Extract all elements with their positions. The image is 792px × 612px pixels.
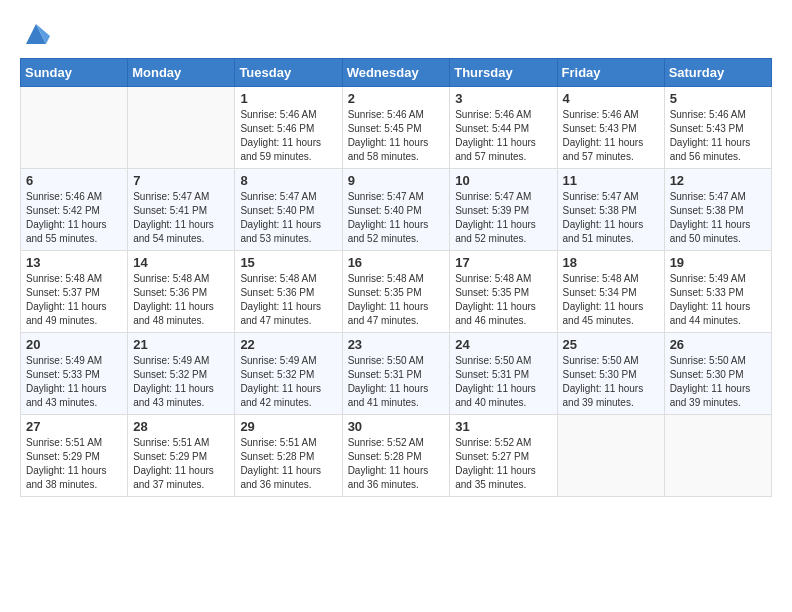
day-info: Sunrise: 5:46 AM Sunset: 5:43 PM Dayligh… xyxy=(670,108,766,164)
calendar-cell: 10Sunrise: 5:47 AM Sunset: 5:39 PM Dayli… xyxy=(450,169,557,251)
day-number: 11 xyxy=(563,173,659,188)
day-info: Sunrise: 5:50 AM Sunset: 5:31 PM Dayligh… xyxy=(348,354,445,410)
day-number: 27 xyxy=(26,419,122,434)
day-info: Sunrise: 5:46 AM Sunset: 5:43 PM Dayligh… xyxy=(563,108,659,164)
day-number: 8 xyxy=(240,173,336,188)
day-info: Sunrise: 5:48 AM Sunset: 5:34 PM Dayligh… xyxy=(563,272,659,328)
day-number: 24 xyxy=(455,337,551,352)
day-info: Sunrise: 5:48 AM Sunset: 5:35 PM Dayligh… xyxy=(348,272,445,328)
day-of-week-header: Sunday xyxy=(21,59,128,87)
day-info: Sunrise: 5:49 AM Sunset: 5:32 PM Dayligh… xyxy=(133,354,229,410)
day-info: Sunrise: 5:46 AM Sunset: 5:42 PM Dayligh… xyxy=(26,190,122,246)
calendar-week-row: 20Sunrise: 5:49 AM Sunset: 5:33 PM Dayli… xyxy=(21,333,772,415)
calendar-cell: 11Sunrise: 5:47 AM Sunset: 5:38 PM Dayli… xyxy=(557,169,664,251)
day-number: 22 xyxy=(240,337,336,352)
calendar-table: SundayMondayTuesdayWednesdayThursdayFrid… xyxy=(20,58,772,497)
calendar-week-row: 13Sunrise: 5:48 AM Sunset: 5:37 PM Dayli… xyxy=(21,251,772,333)
calendar-cell xyxy=(21,87,128,169)
calendar-cell: 4Sunrise: 5:46 AM Sunset: 5:43 PM Daylig… xyxy=(557,87,664,169)
calendar-cell: 15Sunrise: 5:48 AM Sunset: 5:36 PM Dayli… xyxy=(235,251,342,333)
day-number: 2 xyxy=(348,91,445,106)
day-number: 10 xyxy=(455,173,551,188)
day-info: Sunrise: 5:49 AM Sunset: 5:33 PM Dayligh… xyxy=(670,272,766,328)
day-info: Sunrise: 5:49 AM Sunset: 5:33 PM Dayligh… xyxy=(26,354,122,410)
logo-icon xyxy=(22,20,50,48)
day-info: Sunrise: 5:48 AM Sunset: 5:37 PM Dayligh… xyxy=(26,272,122,328)
day-of-week-header: Tuesday xyxy=(235,59,342,87)
calendar-week-row: 27Sunrise: 5:51 AM Sunset: 5:29 PM Dayli… xyxy=(21,415,772,497)
day-number: 17 xyxy=(455,255,551,270)
day-info: Sunrise: 5:51 AM Sunset: 5:29 PM Dayligh… xyxy=(133,436,229,492)
calendar-cell: 22Sunrise: 5:49 AM Sunset: 5:32 PM Dayli… xyxy=(235,333,342,415)
day-number: 4 xyxy=(563,91,659,106)
day-info: Sunrise: 5:48 AM Sunset: 5:36 PM Dayligh… xyxy=(240,272,336,328)
day-info: Sunrise: 5:47 AM Sunset: 5:40 PM Dayligh… xyxy=(240,190,336,246)
calendar-cell: 23Sunrise: 5:50 AM Sunset: 5:31 PM Dayli… xyxy=(342,333,450,415)
calendar-cell: 25Sunrise: 5:50 AM Sunset: 5:30 PM Dayli… xyxy=(557,333,664,415)
day-number: 13 xyxy=(26,255,122,270)
day-info: Sunrise: 5:51 AM Sunset: 5:29 PM Dayligh… xyxy=(26,436,122,492)
day-info: Sunrise: 5:47 AM Sunset: 5:39 PM Dayligh… xyxy=(455,190,551,246)
day-number: 15 xyxy=(240,255,336,270)
page-header xyxy=(20,20,772,48)
day-number: 5 xyxy=(670,91,766,106)
calendar-cell: 27Sunrise: 5:51 AM Sunset: 5:29 PM Dayli… xyxy=(21,415,128,497)
day-number: 23 xyxy=(348,337,445,352)
calendar-cell: 19Sunrise: 5:49 AM Sunset: 5:33 PM Dayli… xyxy=(664,251,771,333)
calendar-cell: 20Sunrise: 5:49 AM Sunset: 5:33 PM Dayli… xyxy=(21,333,128,415)
day-number: 19 xyxy=(670,255,766,270)
day-info: Sunrise: 5:52 AM Sunset: 5:28 PM Dayligh… xyxy=(348,436,445,492)
day-info: Sunrise: 5:51 AM Sunset: 5:28 PM Dayligh… xyxy=(240,436,336,492)
day-of-week-header: Friday xyxy=(557,59,664,87)
day-number: 14 xyxy=(133,255,229,270)
calendar-cell: 16Sunrise: 5:48 AM Sunset: 5:35 PM Dayli… xyxy=(342,251,450,333)
calendar-cell: 2Sunrise: 5:46 AM Sunset: 5:45 PM Daylig… xyxy=(342,87,450,169)
day-info: Sunrise: 5:50 AM Sunset: 5:31 PM Dayligh… xyxy=(455,354,551,410)
day-info: Sunrise: 5:52 AM Sunset: 5:27 PM Dayligh… xyxy=(455,436,551,492)
calendar-cell: 6Sunrise: 5:46 AM Sunset: 5:42 PM Daylig… xyxy=(21,169,128,251)
day-of-week-header: Monday xyxy=(128,59,235,87)
calendar-cell: 8Sunrise: 5:47 AM Sunset: 5:40 PM Daylig… xyxy=(235,169,342,251)
calendar-cell: 24Sunrise: 5:50 AM Sunset: 5:31 PM Dayli… xyxy=(450,333,557,415)
calendar-cell: 30Sunrise: 5:52 AM Sunset: 5:28 PM Dayli… xyxy=(342,415,450,497)
day-number: 26 xyxy=(670,337,766,352)
calendar-header-row: SundayMondayTuesdayWednesdayThursdayFrid… xyxy=(21,59,772,87)
day-info: Sunrise: 5:48 AM Sunset: 5:36 PM Dayligh… xyxy=(133,272,229,328)
calendar-cell xyxy=(664,415,771,497)
day-number: 25 xyxy=(563,337,659,352)
day-of-week-header: Saturday xyxy=(664,59,771,87)
calendar-cell: 14Sunrise: 5:48 AM Sunset: 5:36 PM Dayli… xyxy=(128,251,235,333)
calendar-cell: 3Sunrise: 5:46 AM Sunset: 5:44 PM Daylig… xyxy=(450,87,557,169)
day-info: Sunrise: 5:47 AM Sunset: 5:41 PM Dayligh… xyxy=(133,190,229,246)
calendar-cell: 7Sunrise: 5:47 AM Sunset: 5:41 PM Daylig… xyxy=(128,169,235,251)
calendar-cell: 31Sunrise: 5:52 AM Sunset: 5:27 PM Dayli… xyxy=(450,415,557,497)
calendar-cell: 13Sunrise: 5:48 AM Sunset: 5:37 PM Dayli… xyxy=(21,251,128,333)
day-number: 7 xyxy=(133,173,229,188)
day-number: 6 xyxy=(26,173,122,188)
calendar-cell: 21Sunrise: 5:49 AM Sunset: 5:32 PM Dayli… xyxy=(128,333,235,415)
logo xyxy=(20,20,50,48)
day-number: 29 xyxy=(240,419,336,434)
day-of-week-header: Thursday xyxy=(450,59,557,87)
day-info: Sunrise: 5:50 AM Sunset: 5:30 PM Dayligh… xyxy=(563,354,659,410)
day-number: 3 xyxy=(455,91,551,106)
day-info: Sunrise: 5:47 AM Sunset: 5:40 PM Dayligh… xyxy=(348,190,445,246)
day-number: 21 xyxy=(133,337,229,352)
day-number: 9 xyxy=(348,173,445,188)
calendar-cell xyxy=(128,87,235,169)
day-number: 20 xyxy=(26,337,122,352)
day-info: Sunrise: 5:47 AM Sunset: 5:38 PM Dayligh… xyxy=(670,190,766,246)
day-number: 1 xyxy=(240,91,336,106)
calendar-cell: 26Sunrise: 5:50 AM Sunset: 5:30 PM Dayli… xyxy=(664,333,771,415)
calendar-cell: 29Sunrise: 5:51 AM Sunset: 5:28 PM Dayli… xyxy=(235,415,342,497)
day-info: Sunrise: 5:49 AM Sunset: 5:32 PM Dayligh… xyxy=(240,354,336,410)
day-number: 30 xyxy=(348,419,445,434)
day-info: Sunrise: 5:47 AM Sunset: 5:38 PM Dayligh… xyxy=(563,190,659,246)
calendar-week-row: 1Sunrise: 5:46 AM Sunset: 5:46 PM Daylig… xyxy=(21,87,772,169)
day-info: Sunrise: 5:46 AM Sunset: 5:44 PM Dayligh… xyxy=(455,108,551,164)
calendar-cell: 9Sunrise: 5:47 AM Sunset: 5:40 PM Daylig… xyxy=(342,169,450,251)
day-number: 12 xyxy=(670,173,766,188)
day-number: 28 xyxy=(133,419,229,434)
calendar-cell: 18Sunrise: 5:48 AM Sunset: 5:34 PM Dayli… xyxy=(557,251,664,333)
calendar-cell: 17Sunrise: 5:48 AM Sunset: 5:35 PM Dayli… xyxy=(450,251,557,333)
